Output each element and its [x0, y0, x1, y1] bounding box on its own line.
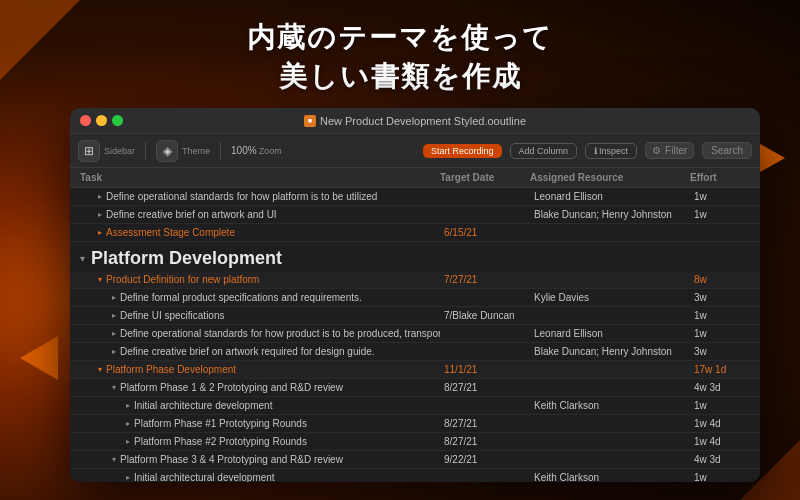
app-window: ■ New Product Development Styled.ooutlin… — [70, 108, 760, 482]
task-text: Define UI specifications — [120, 310, 225, 321]
assigned-cell — [530, 231, 690, 235]
bullet-icon: ▸ — [126, 401, 130, 410]
search-input[interactable]: Search — [702, 142, 752, 159]
table-row: ▸ Initial architectural development Keit… — [70, 469, 760, 482]
assigned-cell — [530, 440, 690, 444]
date-cell — [440, 296, 530, 300]
effort-cell: 1w 4d — [690, 416, 750, 431]
bullet-icon: ▾ — [98, 275, 102, 284]
task-text: Define creative brief on artwork require… — [120, 346, 375, 357]
section-collapse-icon[interactable]: ▾ — [80, 253, 85, 264]
task-cell: ▾ Platform Phase 1 & 2 Prototyping and R… — [80, 380, 440, 395]
bullet-icon: ▸ — [112, 293, 116, 302]
assigned-cell — [530, 458, 690, 462]
titlebar: ■ New Product Development Styled.ooutlin… — [70, 108, 760, 134]
date-cell: 8/27/21 — [440, 416, 530, 431]
bullet-icon: ▾ — [98, 365, 102, 374]
table-row: ▾ Platform Phase 3 & 4 Prototyping and R… — [70, 451, 760, 469]
assigned-cell — [530, 278, 690, 282]
col-header-effort: Effort — [690, 172, 750, 183]
date-cell: 6/15/21 — [440, 225, 530, 240]
date-cell — [440, 332, 530, 336]
table-row: ▸ Define operational standards for how p… — [70, 188, 760, 206]
assigned-cell: Kylie Davies — [530, 290, 690, 305]
close-button[interactable] — [80, 115, 91, 126]
task-text: Define operational standards for how pla… — [106, 191, 377, 202]
table-body: ▸ Define operational standards for how p… — [70, 188, 760, 482]
effort-cell: 1w — [690, 189, 750, 204]
doc-icon: ■ — [304, 115, 316, 127]
task-cell: ▸ Initial architecture development — [80, 398, 440, 413]
task-cell: ▸ Define UI specifications — [80, 308, 440, 323]
bullet-icon: ▾ — [112, 383, 116, 392]
task-cell: ▸ Platform Phase #2 Prototyping Rounds — [80, 434, 440, 449]
filter-control[interactable]: ⚙ Filter — [645, 142, 694, 159]
sidebar-button[interactable]: ⊞ — [78, 140, 100, 162]
bullet-icon: ▸ — [112, 311, 116, 320]
table-row: ▾ Platform Phase 1 & 2 Prototyping and R… — [70, 379, 760, 397]
bullet-icon: ▸ — [98, 228, 102, 237]
date-cell — [440, 404, 530, 408]
task-cell: ▸ Define operational standards for how p… — [80, 326, 440, 341]
task-cell: ▸ Platform Phase #1 Prototyping Rounds — [80, 416, 440, 431]
effort-cell: 17w 1d — [690, 362, 750, 377]
assigned-cell — [530, 386, 690, 390]
effort-cell: 1w 4d — [690, 434, 750, 449]
assigned-cell: Keith Clarkson — [530, 398, 690, 413]
task-cell: ▸ Initial architectural development — [80, 470, 440, 482]
maximize-button[interactable] — [112, 115, 123, 126]
effort-cell: 3w — [690, 290, 750, 305]
assigned-cell: Leonard Ellison — [530, 189, 690, 204]
task-cell: ▸ Define operational standards for how p… — [80, 189, 440, 204]
date-cell: 7/27/21 — [440, 272, 530, 287]
task-text: Assessment Stage Complete — [106, 227, 235, 238]
toolbar-sep-2 — [220, 142, 221, 160]
date-cell: 8/27/21 — [440, 434, 530, 449]
zoom-value: 100% — [231, 145, 257, 156]
effort-cell: 1w — [690, 470, 750, 482]
bullet-icon: ▾ — [112, 455, 116, 464]
theme-button[interactable]: ◈ — [156, 140, 178, 162]
table-row: ▸ Define creative brief on artwork and U… — [70, 206, 760, 224]
assigned-cell — [530, 314, 690, 318]
task-text: Platform Phase 3 & 4 Prototyping and R&D… — [120, 454, 343, 465]
table-row: ▾ Product Definition for new platform 7/… — [70, 271, 760, 289]
inspect-button[interactable]: ℹ Inspect — [585, 143, 637, 159]
task-text: Define formal product specifications and… — [120, 292, 362, 303]
table-row: ▸ Define operational standards for how p… — [70, 325, 760, 343]
bullet-icon: ▸ — [98, 192, 102, 201]
column-headers: Task Target Date Assigned Resource Effor… — [70, 168, 760, 188]
task-text: Define operational standards for how pro… — [120, 328, 440, 339]
assigned-cell: Blake Duncan; Henry Johnston — [530, 344, 690, 359]
zoom-control: 100% Zoom — [231, 145, 282, 156]
task-cell: ▾ Platform Phase 3 & 4 Prototyping and R… — [80, 452, 440, 467]
effort-cell: 4w 3d — [690, 452, 750, 467]
col-header-date: Target Date — [440, 172, 530, 183]
bullet-icon: ▸ — [126, 419, 130, 428]
theme-label: Theme — [182, 146, 210, 156]
col-header-assigned: Assigned Resource — [530, 172, 690, 183]
task-text: Initial architectural development — [134, 472, 275, 482]
table-row: ▸ Platform Phase #2 Prototyping Rounds 8… — [70, 433, 760, 451]
start-recording-button[interactable]: Start Recording — [423, 144, 502, 158]
table-row: ▸ Define UI specifications 7/Blake Dunca… — [70, 307, 760, 325]
task-cell: ▸ Assessment Stage Complete — [80, 225, 440, 240]
date-cell: 9/22/21 — [440, 452, 530, 467]
date-cell — [440, 213, 530, 217]
info-icon: ℹ — [594, 146, 597, 156]
task-text: Define creative brief on artwork and UI — [106, 209, 277, 220]
assigned-cell: Leonard Ellison — [530, 326, 690, 341]
filter-icon: ⚙ — [652, 145, 661, 156]
toolbar: ⊞ Sidebar ◈ Theme 100% Zoom Start Record… — [70, 134, 760, 168]
effort-cell: 1w — [690, 207, 750, 222]
table-row: ▾ Platform Phase Development 11/1/21 17w… — [70, 361, 760, 379]
task-text: Platform Phase Development — [106, 364, 236, 375]
effort-cell: 1w — [690, 308, 750, 323]
task-cell: ▾ Platform Phase Development — [80, 362, 440, 377]
sidebar-label: Sidebar — [104, 146, 135, 156]
effort-cell — [690, 231, 750, 235]
zoom-label: Zoom — [259, 146, 282, 156]
add-column-button[interactable]: Add Column — [510, 143, 578, 159]
minimize-button[interactable] — [96, 115, 107, 126]
assigned-cell: Keith Clarkson — [530, 470, 690, 482]
